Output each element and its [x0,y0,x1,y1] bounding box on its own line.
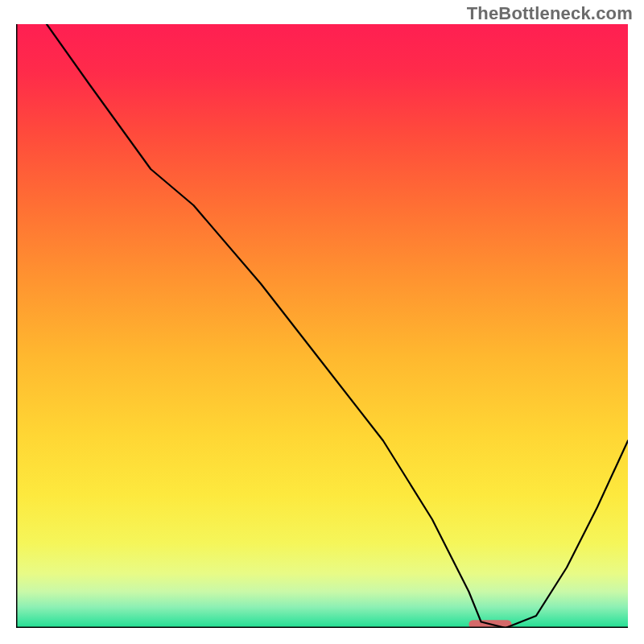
plot-area [16,24,628,628]
chart-container: TheBottleneck.com [0,0,644,644]
axis-layer [16,24,628,628]
watermark-text: TheBottleneck.com [467,3,633,24]
